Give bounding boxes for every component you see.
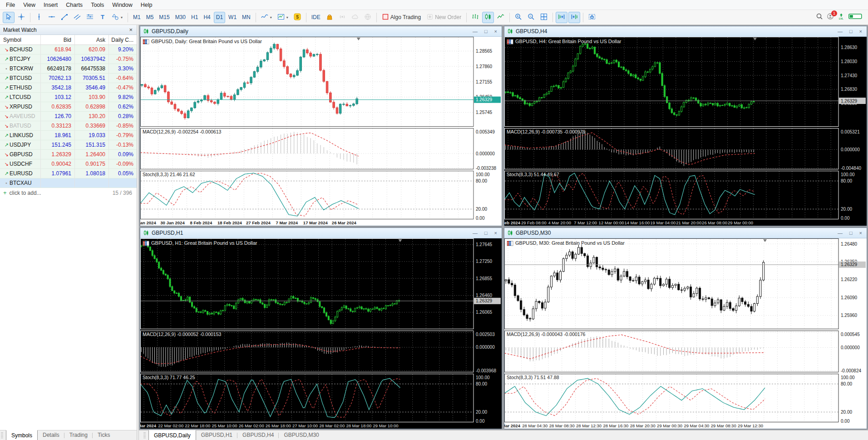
chart-tab-gbpusd-h4[interactable]: GBPUSD,H4 xyxy=(237,430,279,440)
globe-button[interactable] xyxy=(362,12,374,23)
market-watch-row-batusd[interactable]: ↘BATUSD0.331230.33669-0.85% xyxy=(0,121,137,131)
dollar-button[interactable]: $ xyxy=(291,12,303,23)
lvl-button[interactable]: LVL xyxy=(838,13,845,22)
timeframe-w1-button[interactable]: W1 xyxy=(226,12,239,23)
algo-button[interactable]: Algo Trading xyxy=(380,12,423,23)
channel-button[interactable] xyxy=(71,12,83,23)
chart-canvas-gbpusd-h1[interactable]: GBPUSD, H1: Great Britain Pound vs US Do… xyxy=(140,238,502,429)
timeframe-m1-button[interactable]: M1 xyxy=(131,12,143,23)
close-icon[interactable]: × xyxy=(494,29,497,34)
shift-end-button[interactable] xyxy=(556,12,567,23)
chart-canvas-gbpusd-daily[interactable]: GBPUSD, Daily: Great Britain Pound vs US… xyxy=(140,37,502,226)
indicators-button[interactable]: ▾ xyxy=(259,12,274,23)
window-titlebar-gbpusd-h1[interactable]: GBPUSD,H1—□× xyxy=(140,228,502,238)
add-symbol-row[interactable]: + click to add... 15 / 396 xyxy=(0,188,137,198)
market-watch-row-usdchf[interactable]: ↘USDCHF0.900420.90175-0.09% xyxy=(0,159,137,169)
column-header-ask[interactable]: Ask xyxy=(74,35,108,44)
vline-button[interactable] xyxy=(33,12,45,23)
auto-scroll-button[interactable] xyxy=(568,12,580,23)
chart-tab-gbpusd-daily[interactable]: GBPUSD,Daily xyxy=(148,430,196,440)
plusbox-button[interactable]: New Order xyxy=(424,12,464,23)
maximize-icon[interactable]: □ xyxy=(849,231,853,236)
menu-item-view[interactable]: View xyxy=(19,1,39,9)
tab-ticks[interactable]: Ticks xyxy=(93,430,115,440)
timeframe-m5-button[interactable]: M5 xyxy=(144,12,156,23)
minimize-icon[interactable]: — xyxy=(838,29,843,34)
menu-item-tools[interactable]: Tools xyxy=(87,1,108,9)
market-watch-row-btckrw[interactable]: •BTCKRW66249178664755383.30% xyxy=(0,64,137,74)
market-watch-row-btcjpy[interactable]: ↗BTCJPY1062648010637942-0.75% xyxy=(0,54,137,64)
shapes-button[interactable]: ▾ xyxy=(109,12,125,23)
column-header-symbol[interactable]: Symbol xyxy=(0,37,40,43)
chart-window-gbpusd-h1[interactable]: GBPUSD,H1—□×GBPUSD, H1: Great Britain Po… xyxy=(140,227,502,429)
market-watch-row-linkusd[interactable]: ↗LINKUSD18.96119.033-0.79% xyxy=(0,131,137,140)
chart-canvas-gbpusd-h4[interactable]: GBPUSD, H4: Great Britain Pound vs US Do… xyxy=(504,37,867,226)
market-watch-row-ethusd[interactable]: ↗ETHUSD3542.183546.49-0.47% xyxy=(0,83,137,93)
close-icon[interactable]: × xyxy=(494,231,497,236)
timeframe-d1-button[interactable]: D1 xyxy=(214,12,225,23)
window-titlebar-gbpusd-h4[interactable]: GBPUSD,H4—□× xyxy=(504,26,867,37)
chart-window-button[interactable]: ▾ xyxy=(275,12,291,23)
market-watch-row-btcxau[interactable]: •BTCXAU xyxy=(0,178,137,188)
market-watch-row-gbpusd[interactable]: ↘GBPUSD1.263291.264000.09% xyxy=(0,150,137,159)
window-titlebar-gbpusd-daily[interactable]: GBPUSD,Daily—□× xyxy=(140,26,502,37)
chart-window-gbpusd-m30[interactable]: GBPUSD,M30—□×GBPUSD, M30: Great Britain … xyxy=(504,227,867,429)
trendline-button[interactable] xyxy=(59,12,70,23)
minimize-icon[interactable]: — xyxy=(473,29,478,34)
chart-tab-gbpusd-h1[interactable]: GBPUSD,H1 xyxy=(196,430,237,440)
battery-button[interactable] xyxy=(848,13,862,22)
market-watch-row-ltcusd[interactable]: ↗LTCUSD103.12103.909.82% xyxy=(0,93,137,102)
market-watch-row-xrpusd[interactable]: ↘XRPUSD0.628350.628980.62% xyxy=(0,102,137,112)
search-button[interactable] xyxy=(816,13,823,22)
minimize-icon[interactable]: — xyxy=(473,231,478,236)
zoom-out-button[interactable] xyxy=(525,12,537,23)
market-watch-row-aaveusd[interactable]: ↘AAVEUSD126.70130.200.28% xyxy=(0,112,137,121)
column-header-daily-change[interactable]: Daily C... xyxy=(108,35,137,44)
chart-tab-gbpusd-m30[interactable]: GBPUSD,M30 xyxy=(279,430,324,440)
market-watch-row-eurusd[interactable]: ↗EURUSD1.079611.080180.05% xyxy=(0,169,137,178)
maximize-icon[interactable]: □ xyxy=(849,29,853,34)
cursor-button[interactable] xyxy=(3,12,15,23)
timeframe-m30-button[interactable]: M30 xyxy=(173,12,188,23)
chart-window-gbpusd-daily[interactable]: GBPUSD,Daily—□×GBPUSD, Daily: Great Brit… xyxy=(140,26,502,226)
market-watch-row-bchusd[interactable]: ↘BCHUSD618.94620.099.20% xyxy=(0,45,137,54)
crosshair-button[interactable] xyxy=(15,12,27,23)
column-header-bid[interactable]: Bid xyxy=(40,35,74,44)
fibo-button[interactable] xyxy=(84,12,96,23)
window-titlebar-gbpusd-m30[interactable]: GBPUSD,M30—□× xyxy=(504,228,867,238)
market-watch-row-usdjpy[interactable]: ↗USDJPY151.245151.315-0.13% xyxy=(0,140,137,150)
timeframe-h1-button[interactable]: H1 xyxy=(189,12,200,23)
menu-item-insert[interactable]: Insert xyxy=(39,1,62,9)
account-button[interactable]: 1 xyxy=(827,13,834,22)
timeframe-ide-button[interactable]: IDE xyxy=(309,12,323,23)
tab-symbols[interactable]: Symbols xyxy=(6,430,38,440)
close-icon[interactable]: × xyxy=(859,29,862,34)
timeframe-m15-button[interactable]: M15 xyxy=(157,12,172,23)
maximize-icon[interactable]: □ xyxy=(484,231,488,236)
menu-item-charts[interactable]: Charts xyxy=(62,1,87,9)
timeframe-mn-button[interactable]: MN xyxy=(240,12,253,23)
menu-item-window[interactable]: Window xyxy=(108,1,136,9)
text-tool-button[interactable]: T xyxy=(97,12,108,23)
zoom-in-button[interactable] xyxy=(513,12,524,23)
minimize-icon[interactable]: — xyxy=(838,231,843,236)
hline-button[interactable] xyxy=(46,12,58,23)
close-icon[interactable]: × xyxy=(128,26,133,33)
menu-item-file[interactable]: File xyxy=(2,1,19,9)
signal-button[interactable] xyxy=(336,12,348,23)
tab-trading[interactable]: Trading xyxy=(64,430,93,440)
bag-button[interactable] xyxy=(324,12,335,23)
menu-item-help[interactable]: Help xyxy=(137,1,157,9)
candles-mode-button[interactable] xyxy=(482,12,494,23)
tab-details[interactable]: Details xyxy=(38,430,64,440)
timeframe-h4-button[interactable]: H4 xyxy=(201,12,212,23)
cloud-button[interactable] xyxy=(349,12,361,23)
chart-canvas-gbpusd-m30[interactable]: GBPUSD, M30: Great Britain Pound vs US D… xyxy=(504,238,867,429)
tile-windows-button[interactable] xyxy=(538,12,550,23)
camera-button[interactable] xyxy=(586,12,598,23)
line-mode-button[interactable] xyxy=(495,12,507,23)
maximize-icon[interactable]: □ xyxy=(484,29,488,34)
bars-mode-button[interactable] xyxy=(469,12,481,23)
chart-window-gbpusd-h4[interactable]: GBPUSD,H4—□×GBPUSD, H4: Great Britain Po… xyxy=(504,26,867,226)
close-icon[interactable]: × xyxy=(859,231,862,236)
